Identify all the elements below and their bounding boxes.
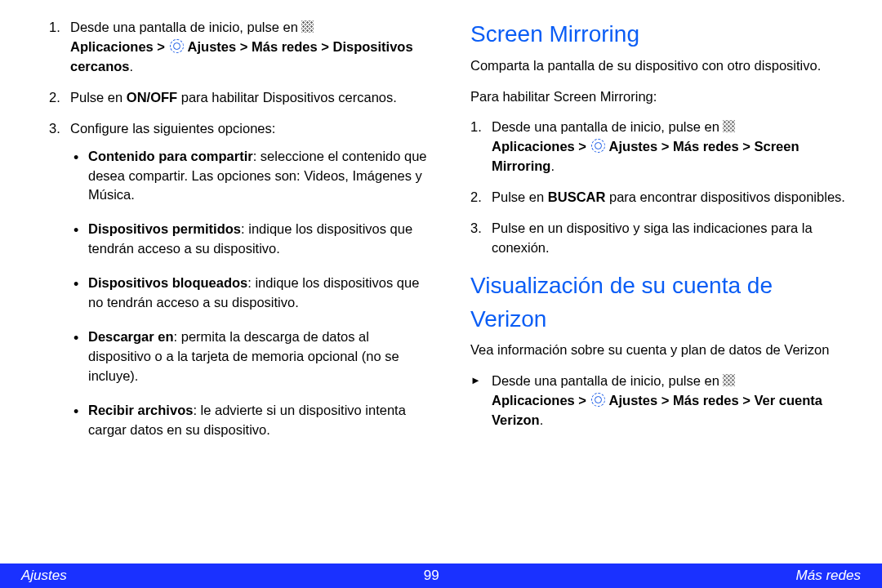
- left-step-3: Configure las siguientes opciones: Conte…: [49, 119, 431, 440]
- page-number: 99: [424, 568, 439, 584]
- apps-grid-icon: [301, 20, 314, 33]
- nav-path: Aplicaciones > Ajustes > Más redes > Dis…: [70, 39, 413, 74]
- buscar-label: BUSCAR: [548, 189, 606, 204]
- section-intro: Comparta la pantalla de su dispositivo c…: [470, 56, 853, 76]
- gear-icon: [591, 139, 605, 153]
- nav-path: Aplicaciones > Ajustes > Más redes > Scr…: [492, 139, 800, 173]
- right-ordered-list-1: Desde una pantalla de inicio, pulse en A…: [470, 118, 853, 258]
- step-text: Pulse en un dispositivo y siga las indic…: [492, 220, 813, 255]
- left-step-1: Desde una pantalla de inicio, pulse en A…: [49, 18, 431, 77]
- step-text: para encontrar dispositivos disponibles.: [605, 189, 845, 204]
- onoff-label: ON/OFF: [127, 90, 177, 105]
- right-step-3: Pulse en un dispositivo y siga las indic…: [470, 219, 853, 258]
- step-text: Pulse en: [70, 90, 127, 105]
- step-text: .: [550, 158, 555, 173]
- gear-icon: [170, 39, 184, 53]
- list-item: Recibir archivos: le advierte si un disp…: [70, 401, 431, 440]
- list-item: Dispositivos bloqueados: indique los dis…: [70, 274, 431, 313]
- page-body: Desde una pantalla de inicio, pulse en A…: [0, 0, 882, 564]
- step-text: .: [129, 59, 133, 74]
- section-intro: Vea información sobre su cuenta y plan d…: [470, 341, 853, 360]
- left-bullets: Contenido para compartir: seleccione el …: [70, 147, 431, 440]
- right-step-1: Desde una pantalla de inicio, pulse en A…: [470, 118, 853, 176]
- apps-grid-icon: [723, 120, 735, 132]
- right-arrow-step: Desde una pantalla de inicio, pulse en A…: [470, 372, 853, 430]
- section-heading-screen-mirroring: Screen Mirroring: [470, 18, 853, 51]
- right-step-2: Pulse en BUSCAR para encontrar dispositi…: [470, 188, 853, 207]
- section-lead: Para habilitar Screen Mirroring:: [470, 87, 853, 107]
- step-text: Configure las siguientes opciones:: [70, 121, 275, 136]
- right-arrow-list: Desde una pantalla de inicio, pulse en A…: [470, 372, 853, 430]
- footer-right: Más redes: [796, 568, 861, 584]
- step-text: Desde una pantalla de inicio, pulse en: [492, 373, 723, 388]
- page-footer: Ajustes 99 Más redes: [0, 564, 882, 588]
- list-item: Dispositivos permitidos: indique los dis…: [70, 220, 431, 259]
- step-text: Pulse en: [492, 189, 548, 204]
- gear-icon: [591, 393, 605, 407]
- apps-grid-icon: [723, 374, 735, 386]
- step-text: para habilitar Dispositivos cercanos.: [177, 90, 397, 105]
- right-column: Screen Mirroring Comparta la pantalla de…: [470, 18, 853, 555]
- step-text: Desde una pantalla de inicio, pulse en: [492, 119, 723, 134]
- step-text: Desde una pantalla de inicio, pulse en: [70, 20, 301, 34]
- left-ordered-list: Desde una pantalla de inicio, pulse en A…: [49, 18, 431, 440]
- left-step-2: Pulse en ON/OFF para habilitar Dispositi…: [49, 88, 431, 108]
- left-column: Desde una pantalla de inicio, pulse en A…: [49, 18, 431, 555]
- list-item: Contenido para compartir: seleccione el …: [70, 147, 431, 206]
- step-text: .: [540, 412, 544, 427]
- list-item: Descargar en: permita la descarga de dat…: [70, 327, 431, 386]
- footer-left: Ajustes: [21, 568, 67, 584]
- section-heading-verizon: Visualización de su cuenta de Verizon: [470, 270, 853, 336]
